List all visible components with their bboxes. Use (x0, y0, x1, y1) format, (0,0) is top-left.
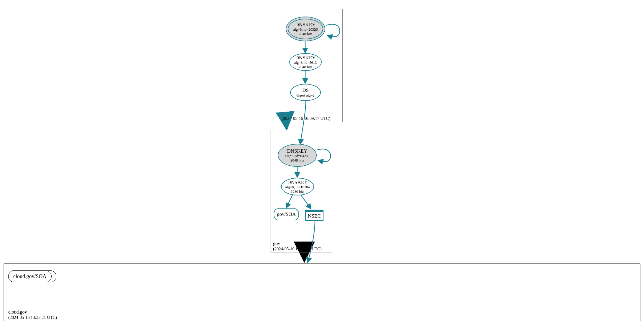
zone-name-cloud: cloud.gov (8, 309, 27, 314)
node-line2: 2048 bits (290, 158, 304, 162)
node-title: DS (302, 87, 309, 93)
zone-name-gov: gov (273, 241, 280, 246)
zone-timestamp-root: (2024-05-16 10:09:17 UTC) (282, 116, 330, 121)
node-line2: 2048 bits (299, 32, 312, 36)
node-title: DNSKEY (295, 55, 316, 61)
zone-label-gov: gov (2024-05-16 11:10:23 UTC) (273, 241, 322, 252)
zone-label-root: . (2024-05-16 10:09:17 UTC) (282, 110, 330, 121)
node-label: gov/SOA (277, 211, 296, 217)
zone-name-root: . (282, 110, 283, 115)
node-gov-ksk: DNSKEY alg=8, id=64280 2048 bits (278, 144, 317, 167)
node-line2: 2048 bits (299, 65, 312, 69)
node-line1: alg=8, id=10104 (285, 185, 310, 189)
node-root-ds: DS digest alg=2 (290, 84, 321, 101)
node-gov-zsk: DNSKEY alg=8, id=10104 1280 bits (281, 178, 314, 195)
edges-svg (0, 0, 644, 323)
node-label: NSEC (308, 213, 321, 219)
node-title: DNSKEY (295, 22, 316, 28)
zone-label-cloud: cloud.gov (2024-05-16 13:33:21 UTC) (8, 309, 57, 320)
zone-timestamp-cloud: (2024-05-16 13:33:21 UTC) (8, 315, 57, 320)
diagram-canvas: . (2024-05-16 10:09:17 UTC) DNSKEY alg=8… (0, 0, 644, 323)
node-line1: alg=8, id=20326 (293, 27, 318, 32)
node-line1: alg=8, id=5613 (294, 61, 317, 65)
zone-timestamp-gov: (2024-05-16 11:10:23 UTC) (273, 247, 322, 252)
node-gov-soa: gov/SOA (274, 208, 299, 220)
node-root-ksk: DNSKEY alg=8, id=20326 2048 bits (286, 17, 325, 41)
node-line1: alg=8, id=64280 (285, 154, 310, 158)
node-gov-nsec: NSEC (305, 210, 323, 221)
node-title: DNSKEY (288, 180, 308, 185)
node-title: DNSKEY (287, 148, 308, 154)
node-root-zsk: DNSKEY alg=8, id=5613 2048 bits (289, 53, 322, 71)
record-node: cloud.gov/SOA (8, 270, 52, 282)
node-line1: digest alg=2 (296, 93, 315, 97)
node-line2: 1280 bits (291, 190, 304, 194)
